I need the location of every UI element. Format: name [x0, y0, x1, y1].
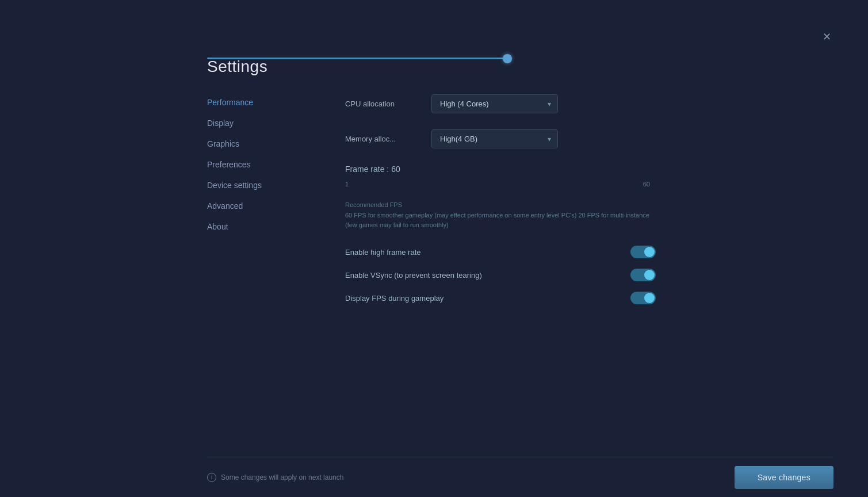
sidebar-item-advanced[interactable]: Advanced	[207, 198, 299, 214]
frame-rate-slider[interactable]	[207, 58, 512, 59]
sidebar-item-about[interactable]: About	[207, 219, 299, 235]
memory-allocation-label: Memory alloc...	[345, 135, 420, 143]
toggle-display-fps-label: Display FPS during gameplay	[345, 294, 443, 303]
footer-notice-text: Some changes will apply on next launch	[221, 473, 343, 481]
sidebar-item-graphics[interactable]: Graphics	[207, 136, 299, 152]
sidebar-item-device-settings[interactable]: Device settings	[207, 177, 299, 193]
footer: i Some changes will apply on next launch…	[207, 457, 833, 497]
frame-rate-max-label: 60	[643, 181, 650, 188]
recommended-fps-section: Recommended FPS 60 FPS for smoother game…	[345, 201, 833, 230]
memory-allocation-row: Memory alloc... High(4 GB) Medium(2 GB) …	[345, 129, 833, 148]
cpu-allocation-select-wrapper: High (4 Cores) Medium (2 Cores) Low (1 C…	[431, 94, 558, 113]
cpu-allocation-select[interactable]: High (4 Cores) Medium (2 Cores) Low (1 C…	[431, 94, 558, 113]
recommended-fps-text: 60 FPS for smoother gameplay (may effect…	[345, 211, 650, 230]
memory-allocation-select[interactable]: High(4 GB) Medium(2 GB) Low(1 GB)	[431, 129, 558, 148]
save-changes-button[interactable]: Save changes	[735, 466, 833, 489]
toggle-high-frame-rate-row: Enable high frame rate	[345, 246, 656, 258]
frame-rate-label: Frame rate : 60	[345, 165, 833, 174]
toggle-vsync-row: Enable VSync (to prevent screen tearing)	[345, 269, 656, 281]
memory-allocation-select-wrapper: High(4 GB) Medium(2 GB) Low(1 GB) ▾	[431, 129, 558, 148]
toggle-vsync[interactable]	[630, 269, 656, 281]
sidebar: Performance Display Graphics Preferences…	[207, 94, 299, 315]
frame-rate-section: Frame rate : 60 1 60	[345, 165, 833, 188]
toggle-display-fps[interactable]	[630, 292, 656, 304]
main-content: CPU allocation High (4 Cores) Medium (2 …	[345, 94, 833, 315]
toggle-vsync-label: Enable VSync (to prevent screen tearing)	[345, 271, 482, 280]
frame-rate-min-label: 1	[345, 181, 349, 188]
close-button[interactable]: ✕	[820, 30, 833, 44]
cpu-allocation-label: CPU allocation	[345, 100, 420, 108]
toggle-display-fps-row: Display FPS during gameplay	[345, 292, 656, 304]
sidebar-item-display[interactable]: Display	[207, 115, 299, 131]
sidebar-item-preferences[interactable]: Preferences	[207, 156, 299, 173]
sidebar-item-performance[interactable]: Performance	[207, 94, 299, 110]
toggle-high-frame-rate-label: Enable high frame rate	[345, 248, 421, 257]
toggle-high-frame-rate[interactable]	[630, 246, 656, 258]
recommended-fps-title: Recommended FPS	[345, 201, 833, 208]
cpu-allocation-row: CPU allocation High (4 Cores) Medium (2 …	[345, 94, 833, 113]
info-icon: i	[207, 473, 216, 482]
footer-notice: i Some changes will apply on next launch	[207, 473, 343, 482]
